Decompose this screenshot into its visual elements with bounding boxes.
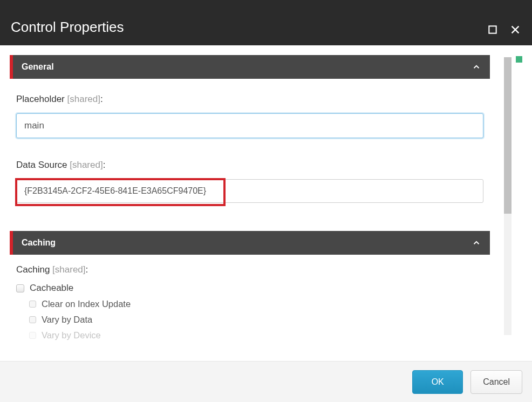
scrollbar-thumb[interactable]: [504, 57, 511, 214]
chevron-up-icon: [472, 62, 481, 72]
field-placeholder: Placeholder [shared]:: [16, 94, 483, 138]
maximize-icon[interactable]: [487, 24, 499, 36]
checkbox-icon: [16, 284, 24, 292]
dialog-header: Control Properties: [0, 0, 532, 45]
checkbox-vary-data[interactable]: Vary by Data: [16, 315, 483, 325]
dialog-title: Control Properties: [11, 19, 124, 36]
section-caching: Caching Caching [shared]: Cacheable: [10, 231, 490, 345]
header-controls: [487, 24, 521, 36]
datasource-label: Data Source [shared]:: [16, 160, 483, 171]
section-header-caching[interactable]: Caching: [10, 231, 490, 255]
field-datasource: Data Source [shared]:: [16, 160, 483, 203]
caching-label: Caching [shared]:: [16, 264, 483, 275]
close-icon[interactable]: [509, 24, 521, 36]
dialog-body: General Placeholder [shared]:: [0, 45, 532, 345]
section-title-caching: Caching: [22, 238, 56, 248]
checkbox-icon: [29, 332, 36, 339]
chevron-up-icon: [472, 238, 481, 248]
section-header-general[interactable]: General: [10, 55, 490, 79]
placeholder-input[interactable]: [16, 113, 483, 138]
checkbox-cacheable[interactable]: Cacheable: [16, 283, 483, 294]
checkbox-vary-device[interactable]: Vary by Device: [16, 330, 483, 340]
section-body-caching: Caching [shared]: Cacheable Clear on Ind…: [10, 255, 490, 345]
checkbox-icon: [29, 301, 36, 308]
indicator-icon: [516, 56, 522, 63]
scrollbar[interactable]: [504, 57, 511, 335]
ok-button[interactable]: OK: [412, 370, 463, 394]
placeholder-label: Placeholder [shared]:: [16, 94, 483, 105]
svg-rect-0: [489, 26, 496, 33]
checkbox-clear-index[interactable]: Clear on Index Update: [16, 299, 483, 309]
cancel-button[interactable]: Cancel: [470, 370, 522, 394]
section-body-general: Placeholder [shared]: Data Source [share…: [10, 79, 490, 215]
section-title-general: General: [22, 62, 54, 72]
checkbox-icon: [29, 316, 36, 323]
section-general: General Placeholder [shared]:: [10, 55, 490, 215]
dialog-footer: OK Cancel: [0, 361, 532, 402]
datasource-input[interactable]: [16, 179, 483, 203]
scroll-area[interactable]: General Placeholder [shared]:: [0, 45, 532, 345]
